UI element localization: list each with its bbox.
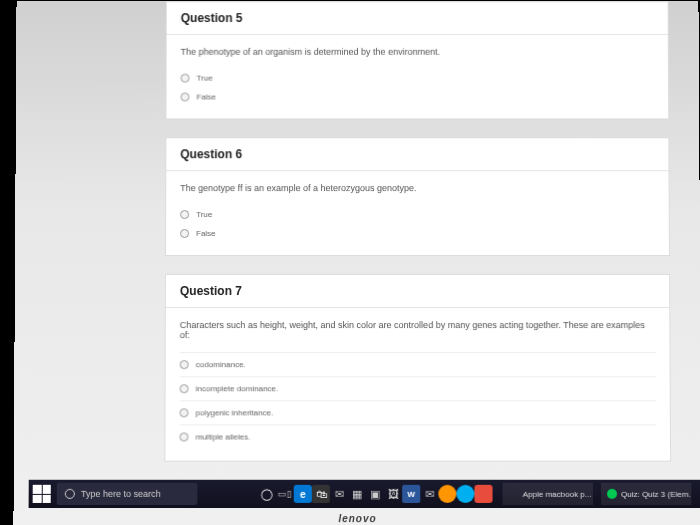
- question-title: Question 5: [167, 2, 668, 35]
- search-icon: [65, 489, 75, 499]
- radio-icon: [180, 229, 189, 238]
- radio-icon: [180, 408, 189, 417]
- cortana-icon[interactable]: ◯: [258, 485, 276, 503]
- laptop-brand: lenovo: [338, 513, 376, 524]
- option-label: polygenic inheritance.: [196, 408, 274, 417]
- taskbar-search[interactable]: Type here to search: [57, 483, 198, 505]
- option-label: incomplete dominance.: [196, 384, 278, 393]
- option-label: False: [196, 229, 216, 238]
- taskbar-window-tab[interactable]: Apple macbook p...: [503, 483, 593, 505]
- option-label: True: [197, 74, 213, 83]
- question-prompt: The phenotype of an organism is determin…: [181, 47, 654, 57]
- word-icon[interactable]: W: [402, 485, 420, 503]
- edge-icon[interactable]: e: [294, 485, 312, 503]
- quiz-content-area: Question 5 The phenotype of an organism …: [164, 1, 671, 481]
- answer-option[interactable]: False: [180, 224, 655, 243]
- radio-icon: [180, 93, 189, 102]
- skype-icon[interactable]: [456, 485, 474, 503]
- windows-taskbar: Type here to search ◯ ▭▯ e 🛍 ✉ ▦ ▣ 🖼 W ✉…: [29, 480, 700, 508]
- radio-icon: [180, 360, 189, 369]
- answer-option[interactable]: codominance.: [180, 352, 656, 376]
- option-label: False: [196, 93, 216, 102]
- mail-icon[interactable]: ✉: [330, 485, 348, 503]
- search-placeholder: Type here to search: [81, 489, 161, 499]
- answer-option[interactable]: incomplete dominance.: [180, 376, 656, 400]
- photos-icon[interactable]: 🖼: [384, 485, 402, 503]
- taskbar-window-tab[interactable]: Quiz: Quiz 3 (Elem...: [601, 483, 691, 505]
- radio-icon: [179, 432, 188, 441]
- app-icon[interactable]: ▣: [366, 485, 384, 503]
- envelope-icon[interactable]: ✉: [420, 485, 438, 503]
- app-tab-icon: [607, 489, 617, 499]
- question-prompt: The genotype ff is an example of a heter…: [180, 183, 654, 193]
- store-icon[interactable]: 🛍: [312, 485, 330, 503]
- answer-option[interactable]: polygenic inheritance.: [179, 400, 655, 424]
- screen-surface: Question 5 The phenotype of an organism …: [13, 1, 700, 525]
- firefox-icon[interactable]: [438, 485, 456, 503]
- radio-icon: [180, 210, 189, 219]
- start-button[interactable]: [33, 485, 51, 503]
- radio-icon: [181, 74, 190, 83]
- radio-icon: [180, 384, 189, 393]
- app-tab-icon: [509, 489, 519, 499]
- answer-option[interactable]: False: [180, 88, 654, 107]
- question-title: Question 6: [166, 138, 668, 171]
- question-title: Question 7: [166, 275, 669, 308]
- option-label: True: [196, 210, 212, 219]
- question-card-5: Question 5 The phenotype of an organism …: [165, 1, 669, 119]
- option-label: codominance.: [196, 360, 246, 369]
- answer-option[interactable]: multiple alleles.: [179, 424, 656, 448]
- tab-label: Apple macbook p...: [523, 489, 592, 498]
- app-icon[interactable]: [474, 485, 492, 503]
- answer-option[interactable]: True: [181, 69, 655, 88]
- question-card-6: Question 6 The genotype ff is an example…: [165, 137, 670, 256]
- taskview-icon[interactable]: ▭▯: [276, 485, 294, 503]
- question-card-7: Question 7 Characters such as height, we…: [164, 274, 671, 462]
- option-label: multiple alleles.: [195, 432, 250, 441]
- tab-label: Quiz: Quiz 3 (Elem...: [621, 489, 691, 498]
- answer-option[interactable]: True: [180, 205, 655, 224]
- app-icon[interactable]: ▦: [348, 485, 366, 503]
- question-prompt: Characters such as height, weight, and s…: [180, 320, 656, 340]
